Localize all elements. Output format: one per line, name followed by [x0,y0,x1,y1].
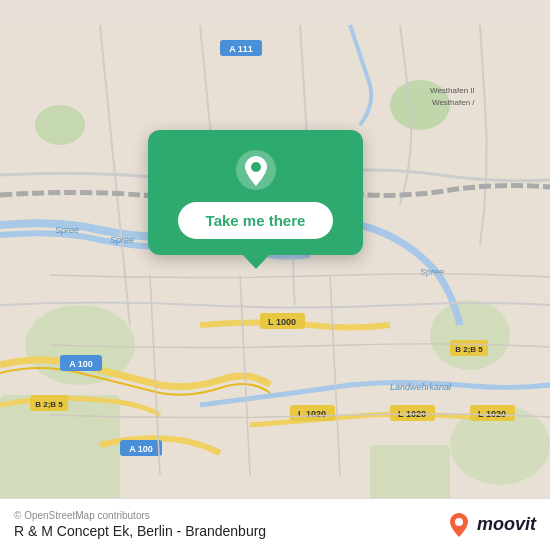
svg-text:Spree: Spree [420,267,444,277]
svg-point-33 [251,162,261,172]
location-info: © OpenStreetMap contributors R & M Conce… [14,510,266,539]
svg-text:A 100: A 100 [69,359,93,369]
svg-point-4 [35,105,85,145]
location-name: R & M Concept Ek, Berlin - Brandenburg [14,523,266,539]
svg-text:Landwehrkanal: Landwehrkanal [390,382,452,392]
moovit-pin-icon [445,511,473,539]
map-background: A 100 A 100 L 1000 L 1020 L 1020 L 1020 … [0,0,550,550]
svg-text:A 111: A 111 [229,44,253,54]
svg-text:Spree: Spree [110,235,134,245]
moovit-logo: moovit [445,511,536,539]
svg-text:A 100: A 100 [129,444,153,454]
svg-text:L 1000: L 1000 [268,317,296,327]
popup-card: Take me there [148,130,363,255]
svg-text:Westhafen II: Westhafen II [430,86,475,95]
take-me-there-button[interactable]: Take me there [178,202,334,239]
map-attribution: © OpenStreetMap contributors [14,510,266,521]
svg-text:B 2;B 5: B 2;B 5 [35,400,63,409]
svg-text:Westhafen /: Westhafen / [432,98,475,107]
bottom-bar: © OpenStreetMap contributors R & M Conce… [0,498,550,550]
location-pin-icon [234,148,278,192]
svg-point-2 [430,300,510,370]
svg-point-34 [455,518,463,526]
map-container: A 100 A 100 L 1000 L 1020 L 1020 L 1020 … [0,0,550,550]
svg-text:B 2;B 5: B 2;B 5 [455,345,483,354]
moovit-brand-text: moovit [477,514,536,535]
svg-text:L 1020: L 1020 [298,409,326,419]
svg-text:Spree: Spree [55,225,79,235]
